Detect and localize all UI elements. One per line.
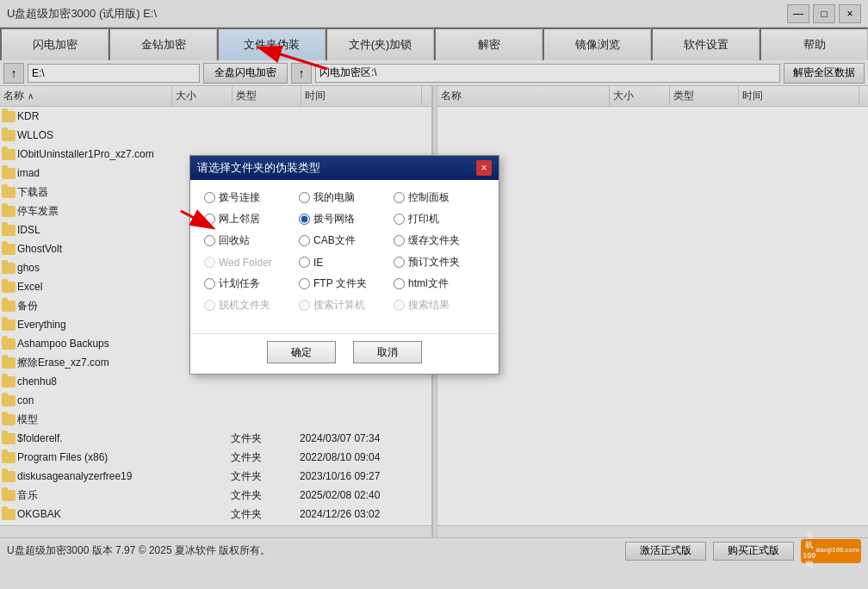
radio-label-web-folder: Wed Folder — [219, 257, 272, 269]
radio-label-cache-folder: 缓存文件夹 — [408, 233, 460, 248]
radio-label-offline-folder: 脱机文件夹 — [219, 298, 270, 313]
radio-input-ie[interactable] — [299, 257, 310, 268]
radio-input-printer[interactable] — [394, 214, 405, 225]
radio-label-dial-network: 拨号网络 — [313, 212, 355, 226]
radio-item-html-file[interactable]: html文件 — [394, 276, 485, 291]
radio-item-dial-up[interactable]: 拨号连接 — [204, 190, 295, 205]
dialog-footer: 确定 取消 — [190, 333, 499, 374]
dialog-confirm-button[interactable]: 确定 — [267, 341, 336, 363]
radio-input-html-file[interactable] — [394, 278, 405, 289]
radio-item-network-neighbors[interactable]: 网上邻居 — [204, 212, 295, 226]
radio-label-dial-up: 拨号连接 — [219, 190, 260, 205]
radio-input-search-results[interactable] — [394, 300, 405, 311]
radio-input-dial-up[interactable] — [204, 192, 215, 203]
radio-input-web-folder[interactable] — [204, 257, 215, 268]
radio-label-my-computer: 我的电脑 — [313, 190, 355, 205]
radio-input-dial-network[interactable] — [299, 214, 310, 225]
radio-input-cab-file[interactable] — [299, 235, 310, 246]
radio-input-control-panel[interactable] — [394, 192, 405, 203]
radio-label-ie: IE — [313, 257, 323, 269]
radio-item-offline-folder[interactable]: 脱机文件夹 — [204, 298, 295, 313]
dialog-close-button[interactable]: × — [476, 160, 492, 176]
dialog-cancel-button[interactable]: 取消 — [353, 341, 422, 363]
radio-label-network-neighbors: 网上邻居 — [219, 212, 260, 226]
radio-item-my-computer[interactable]: 我的电脑 — [299, 190, 390, 205]
radio-input-search-computer[interactable] — [299, 300, 310, 311]
radio-item-reserved-folder[interactable]: 预订文件夹 — [394, 255, 485, 270]
radio-option-grid: 拨号连接我的电脑控制面板网上邻居拨号网络打印机回收站CAB文件缓存文件夹Wed … — [204, 190, 485, 313]
radio-input-my-computer[interactable] — [299, 192, 310, 203]
radio-label-printer: 打印机 — [408, 212, 439, 226]
radio-item-control-panel[interactable]: 控制面板 — [394, 190, 485, 205]
radio-item-dial-network[interactable]: 拨号网络 — [299, 212, 390, 226]
radio-item-search-results[interactable]: 搜索结果 — [394, 298, 485, 313]
radio-input-ftp-folder[interactable] — [299, 278, 310, 289]
radio-label-ftp-folder: FTP 文件夹 — [313, 276, 367, 291]
dialog-body: 拨号连接我的电脑控制面板网上邻居拨号网络打印机回收站CAB文件缓存文件夹Wed … — [190, 180, 499, 330]
radio-label-recycle-bin: 回收站 — [219, 233, 250, 248]
radio-item-ftp-folder[interactable]: FTP 文件夹 — [299, 276, 390, 291]
radio-item-web-folder[interactable]: Wed Folder — [204, 255, 295, 270]
radio-item-recycle-bin[interactable]: 回收站 — [204, 233, 295, 248]
radio-input-reserved-folder[interactable] — [394, 257, 405, 268]
radio-item-scheduled-task[interactable]: 计划任务 — [204, 276, 295, 291]
disguise-type-dialog: 请选择文件夹的伪装类型 × 拨号连接我的电脑控制面板网上邻居拨号网络打印机回收站… — [189, 155, 499, 375]
radio-label-search-results: 搜索结果 — [408, 298, 450, 313]
radio-item-cab-file[interactable]: CAB文件 — [299, 233, 390, 248]
dialog-titlebar: 请选择文件夹的伪装类型 × — [190, 156, 499, 180]
radio-input-recycle-bin[interactable] — [204, 235, 215, 246]
radio-input-offline-folder[interactable] — [204, 300, 215, 311]
radio-item-ie[interactable]: IE — [299, 255, 390, 270]
radio-label-cab-file: CAB文件 — [313, 233, 356, 248]
radio-label-reserved-folder: 预订文件夹 — [408, 255, 460, 270]
radio-item-cache-folder[interactable]: 缓存文件夹 — [394, 233, 485, 248]
radio-item-printer[interactable]: 打印机 — [394, 212, 485, 226]
radio-label-search-computer: 搜索计算机 — [313, 298, 365, 313]
radio-label-html-file: html文件 — [408, 276, 449, 291]
dialog-title: 请选择文件夹的伪装类型 — [197, 160, 320, 176]
radio-input-cache-folder[interactable] — [394, 235, 405, 246]
radio-input-network-neighbors[interactable] — [204, 214, 215, 225]
radio-item-search-computer[interactable]: 搜索计算机 — [299, 298, 390, 313]
radio-label-control-panel: 控制面板 — [408, 190, 450, 205]
radio-input-scheduled-task[interactable] — [204, 278, 215, 289]
radio-label-scheduled-task: 计划任务 — [219, 276, 260, 291]
